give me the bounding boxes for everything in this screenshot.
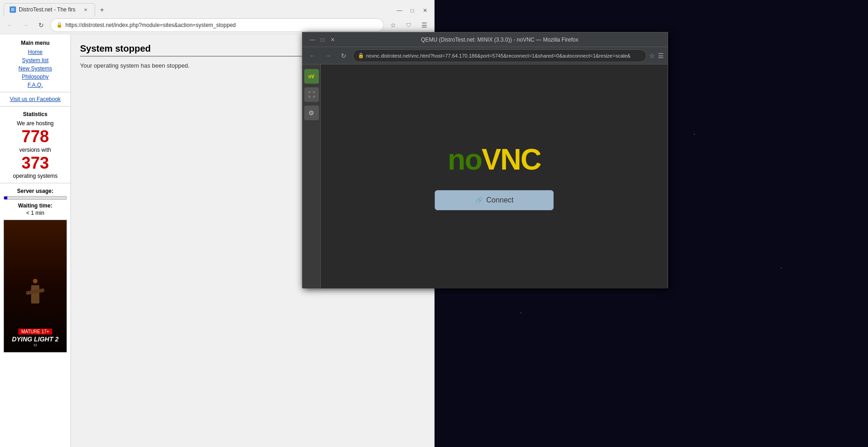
tab-title: DistroTest.net - The firs <box>19 6 75 13</box>
hosting-label: We are hosting <box>0 119 70 128</box>
home-link[interactable]: Home <box>0 48 70 56</box>
novnc-bookmark-button[interactable]: ☆ <box>649 52 655 59</box>
tab-bar: D DistroTest.net - The firs ✕ + — □ ✕ <box>0 0 434 16</box>
novnc-maximize-button[interactable]: □ <box>318 35 327 44</box>
connect-icon: 🔗 <box>475 197 483 204</box>
advertisement-box: MATURE 17+ DYING LIGHT 2 M <box>4 220 67 352</box>
sidebar-link-faq[interactable]: F.A.Q. <box>0 81 70 89</box>
tab-distrotest[interactable]: D DistroTest.net - The firs ✕ <box>4 3 95 16</box>
novnc-panel-fullscreen-btn[interactable]: ⛶ <box>304 87 319 102</box>
system-list-link[interactable]: System list <box>0 56 70 64</box>
novnc-titlebar: — □ ✕ QEMU (DistroTest.net: MINIX (3.3.0… <box>302 32 668 47</box>
sidebar-divider-3 <box>0 183 70 183</box>
server-usage-bar <box>4 196 67 200</box>
new-tab-button[interactable]: + <box>96 4 108 16</box>
maximize-button[interactable]: □ <box>407 5 418 16</box>
novnc-forward-button[interactable]: → <box>322 49 334 62</box>
novnc-nav-bar: ← → ↻ 🔒 novnc.distrotest.net/vnc.html?ho… <box>302 47 668 64</box>
novnc-logo-text: noVNC <box>447 143 540 176</box>
novnc-close-button[interactable]: ✕ <box>328 35 337 44</box>
sidebar: Main menu Home System list New Systems P… <box>0 34 71 447</box>
connect-button-label: Connect <box>486 196 514 204</box>
versions-label: versions with <box>0 146 70 154</box>
server-usage-fill <box>4 197 7 199</box>
bookmark-button[interactable]: ☆ <box>387 19 399 32</box>
forward-button[interactable]: → <box>19 19 32 32</box>
reload-button[interactable]: ↻ <box>35 19 48 32</box>
sidebar-link-philosophy[interactable]: Philosophy <box>0 73 70 81</box>
novnc-window-buttons: — □ ✕ <box>308 35 337 44</box>
novnc-reload-button[interactable]: ↻ <box>337 49 350 62</box>
tab-close-button[interactable]: ✕ <box>82 6 89 13</box>
main-menu-title: Main menu <box>0 38 70 48</box>
sidebar-link-syslist[interactable]: System list <box>0 56 70 64</box>
faq-link[interactable]: F.A.Q. <box>0 81 70 89</box>
ad-rating-label: M <box>4 343 66 347</box>
statistics-title: Statistics <box>0 109 70 119</box>
shield-button[interactable]: 🛡 <box>402 19 415 32</box>
novnc-address-bar[interactable]: 🔒 novnc.distrotest.net/vnc.html?host=77.… <box>353 49 647 62</box>
novnc-logo: noVNC <box>447 143 540 176</box>
facebook-link[interactable]: Visit us on Facebook <box>0 95 70 103</box>
os-label: operating systems <box>0 172 70 180</box>
waiting-time-value: < 1 min <box>0 210 70 216</box>
novnc-menu-button[interactable]: ☰ <box>658 52 664 59</box>
novnc-no-text: no <box>447 143 481 176</box>
sidebar-divider-2 <box>0 106 70 106</box>
minimize-button[interactable]: — <box>394 5 405 16</box>
server-usage-label: Server usage: <box>0 186 70 195</box>
novnc-display-area: noVNC 🔗 Connect <box>321 64 668 288</box>
novnc-minimize-button[interactable]: — <box>308 35 317 44</box>
navigation-bar: ← → ↻ 🔒 https://distrotest.net/index.php… <box>0 16 434 34</box>
novnc-title-text: QEMU (DistroTest.net: MINIX (3.3.0)) - n… <box>337 37 662 43</box>
url-text: https://distrotest.net/index.php?module=… <box>65 22 378 28</box>
novnc-vnc-text: VNC <box>482 143 541 176</box>
back-button[interactable]: ← <box>4 19 16 32</box>
tab-favicon: D <box>10 6 16 13</box>
lock-icon: 🔒 <box>56 22 63 28</box>
novnc-url-text: novnc.distrotest.net/vnc.html?host=77.64… <box>366 53 631 59</box>
novnc-content-area: nV ⛶ ⚙ noVNC 🔗 Connect <box>302 64 668 288</box>
browser-novnc-window: — □ ✕ QEMU (DistroTest.net: MINIX (3.3.0… <box>302 32 668 288</box>
address-bar[interactable]: 🔒 https://distrotest.net/index.php?modul… <box>50 18 384 32</box>
novnc-panel-settings-btn[interactable]: ⚙ <box>304 106 319 120</box>
novnc-back-button[interactable]: ← <box>306 49 319 62</box>
novnc-lock-icon: 🔒 <box>358 53 364 59</box>
versions-count: 778 <box>0 128 70 146</box>
waiting-time-label: Waiting time: <box>0 201 70 210</box>
os-count: 373 <box>0 154 70 172</box>
sidebar-divider-1 <box>0 92 70 92</box>
connect-button[interactable]: 🔗 Connect <box>435 190 554 210</box>
new-systems-link[interactable]: New Systems <box>0 64 70 73</box>
ad-game-title: DYING LIGHT 2 <box>4 335 66 343</box>
novnc-panel-logo-btn[interactable]: nV <box>304 69 319 84</box>
novnc-side-panel: nV ⛶ ⚙ <box>302 64 321 288</box>
sidebar-link-home[interactable]: Home <box>0 48 70 56</box>
close-button[interactable]: ✕ <box>420 5 431 16</box>
facebook-link-text[interactable]: Visit us on Facebook <box>0 95 70 103</box>
menu-button[interactable]: ☰ <box>418 19 431 32</box>
sidebar-link-newsys[interactable]: New Systems <box>0 64 70 73</box>
philosophy-link[interactable]: Philosophy <box>0 73 70 81</box>
